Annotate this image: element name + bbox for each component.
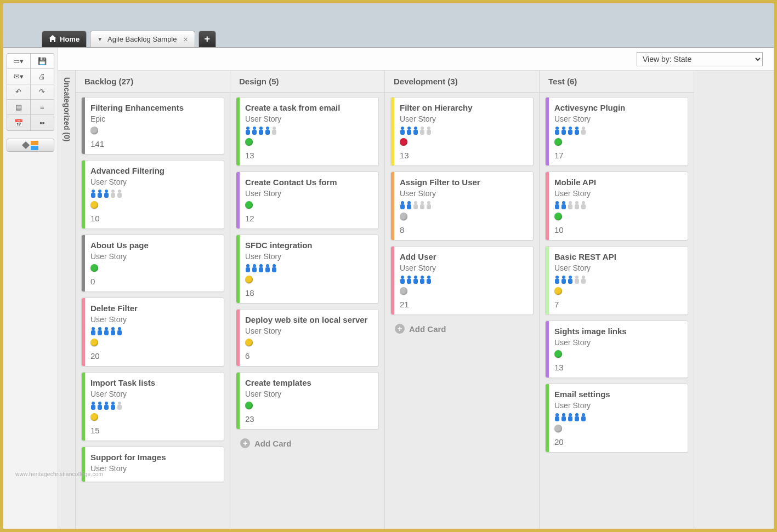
person-icon bbox=[110, 190, 116, 198]
toolbar-mail[interactable]: ✉▾ bbox=[7, 69, 31, 84]
toolbar-calendar[interactable]: 📅 bbox=[7, 115, 31, 130]
card-points: 8 bbox=[400, 225, 526, 234]
add-card-button[interactable]: +Add Card bbox=[236, 435, 379, 451]
status-dot bbox=[245, 339, 253, 346]
card-type: User Story bbox=[554, 338, 681, 347]
person-icon bbox=[90, 190, 96, 198]
tab-bar: Home ▼ Agile Backlog Sample × + bbox=[9, 31, 774, 47]
toolbar-gantt[interactable]: ≡ bbox=[31, 100, 54, 115]
card[interactable]: About Us pageUser Story0 bbox=[81, 234, 224, 292]
column: Test (6)Activesync PluginUser Story17Mob… bbox=[540, 71, 694, 529]
card-points: 0 bbox=[90, 277, 217, 286]
card-people bbox=[400, 276, 526, 284]
card[interactable]: Mobile APIUser Story10 bbox=[545, 171, 688, 241]
toolbar-redo[interactable]: ↷ bbox=[31, 84, 54, 100]
person-icon bbox=[400, 127, 405, 135]
card-stripe bbox=[236, 373, 240, 429]
person-icon bbox=[252, 264, 257, 272]
card-points: 20 bbox=[554, 437, 681, 447]
card[interactable]: Add UserUser Story21 bbox=[390, 246, 534, 315]
card[interactable]: Create Contact Us formUser Story12 bbox=[236, 171, 379, 229]
card[interactable]: Assign Filter to UserUser Story8 bbox=[390, 171, 534, 241]
add-card-label: Add Card bbox=[409, 324, 446, 334]
card[interactable]: Create templatesUser Story23 bbox=[236, 372, 379, 430]
person-icon bbox=[245, 264, 251, 272]
card[interactable]: Sights image linksUser Story13 bbox=[545, 321, 688, 378]
toolbar-print[interactable]: 🖨 bbox=[31, 69, 54, 84]
save-icon: 💾 bbox=[38, 57, 47, 65]
home-icon bbox=[49, 35, 56, 44]
column-header[interactable]: Backlog (27) bbox=[76, 71, 230, 93]
card-type: User Story bbox=[400, 115, 526, 123]
status-dot bbox=[400, 287, 407, 295]
toolbar-card-view[interactable]: ▪▪ bbox=[31, 115, 54, 130]
card-points: 17 bbox=[554, 151, 681, 160]
person-icon bbox=[568, 413, 573, 421]
card-title: Import Task lists bbox=[90, 378, 217, 387]
card[interactable]: Filtering EnhancementsEpic141 bbox=[81, 97, 224, 155]
card-type: User Story bbox=[90, 252, 217, 261]
add-card-button[interactable]: +Add Card bbox=[390, 321, 534, 337]
card[interactable]: Basic REST APIUser Story7 bbox=[545, 246, 688, 315]
chevron-down-icon: ▼ bbox=[97, 36, 103, 42]
person-icon bbox=[90, 402, 96, 410]
card-stripe bbox=[391, 247, 394, 314]
status-dot bbox=[90, 127, 98, 134]
card-title: Sights image links bbox=[554, 327, 681, 336]
tab-document[interactable]: ▼ Agile Backlog Sample × bbox=[90, 31, 195, 47]
grid-icon: ▤ bbox=[15, 103, 22, 111]
card[interactable]: Deploy web site on local serverUser Stor… bbox=[236, 309, 379, 367]
person-icon bbox=[568, 127, 573, 135]
column-uncategorized[interactable]: Uncategorized (0) bbox=[58, 71, 76, 529]
person-icon bbox=[258, 127, 264, 135]
app-root: Home ▼ Agile Backlog Sample × + ▭▾ 💾 ✉▾ … bbox=[3, 3, 774, 529]
card[interactable]: Activesync PluginUser Story17 bbox=[545, 97, 688, 166]
card-points: 7 bbox=[554, 300, 681, 309]
card[interactable]: Filter on HierarchyUser Story13 bbox=[390, 97, 534, 166]
person-icon bbox=[413, 127, 418, 135]
content-topbar: View by: State bbox=[58, 48, 774, 71]
column-header[interactable]: Test (6) bbox=[540, 71, 694, 93]
person-icon bbox=[554, 413, 560, 421]
card-stripe bbox=[546, 247, 549, 314]
card-points: 15 bbox=[90, 426, 217, 435]
status-dot bbox=[90, 339, 98, 346]
column-header[interactable]: Design (5) bbox=[230, 71, 384, 93]
status-dot bbox=[554, 425, 562, 432]
card-view-icon: ▪▪ bbox=[39, 119, 44, 127]
card-people bbox=[554, 413, 681, 421]
hierarchy-widget[interactable] bbox=[7, 139, 54, 152]
undo-icon: ↶ bbox=[15, 88, 21, 96]
card[interactable]: SFDC integrationUser Story18 bbox=[236, 234, 379, 304]
card-points: 13 bbox=[245, 151, 372, 160]
card-stripe bbox=[236, 310, 240, 366]
person-icon bbox=[104, 402, 109, 410]
card[interactable]: Create a task from emailUser Story13 bbox=[236, 97, 379, 166]
left-toolbar: ▭▾ 💾 ✉▾ 🖨 ↶ ↷ ▤ ≡ 📅 ▪▪ bbox=[3, 48, 58, 529]
person-icon bbox=[258, 264, 264, 272]
status-dot bbox=[245, 201, 253, 209]
close-icon[interactable]: × bbox=[184, 36, 188, 43]
view-by-select[interactable]: View by: State bbox=[637, 52, 763, 66]
person-icon bbox=[419, 276, 425, 284]
tab-add[interactable]: + bbox=[198, 31, 216, 47]
person-icon bbox=[554, 127, 560, 135]
column-header[interactable]: Development (3) bbox=[385, 71, 539, 93]
card[interactable]: Import Task listsUser Story15 bbox=[81, 372, 224, 441]
card-type: User Story bbox=[245, 390, 372, 398]
tab-home[interactable]: Home bbox=[42, 31, 87, 47]
card[interactable]: Advanced FilteringUser Story10 bbox=[81, 160, 224, 229]
toolbar-save[interactable]: 💾 bbox=[31, 54, 54, 69]
card-people bbox=[554, 127, 681, 135]
main-area: ▭▾ 💾 ✉▾ 🖨 ↶ ↷ ▤ ≡ 📅 ▪▪ bbox=[3, 47, 774, 529]
status-dot bbox=[554, 213, 562, 220]
toolbar-grid-view[interactable]: ▤ bbox=[7, 100, 31, 115]
card[interactable]: Delete FilterUser Story20 bbox=[81, 298, 224, 367]
toolbar-undo[interactable]: ↶ bbox=[7, 84, 31, 100]
card-points: 20 bbox=[90, 351, 217, 361]
card-type: User Story bbox=[90, 315, 217, 324]
column: Backlog (27)Filtering EnhancementsEpic14… bbox=[76, 71, 230, 529]
card[interactable]: Email settingsUser Story20 bbox=[545, 384, 688, 453]
toolbar-new[interactable]: ▭▾ bbox=[7, 54, 31, 69]
plus-icon: + bbox=[395, 324, 405, 334]
